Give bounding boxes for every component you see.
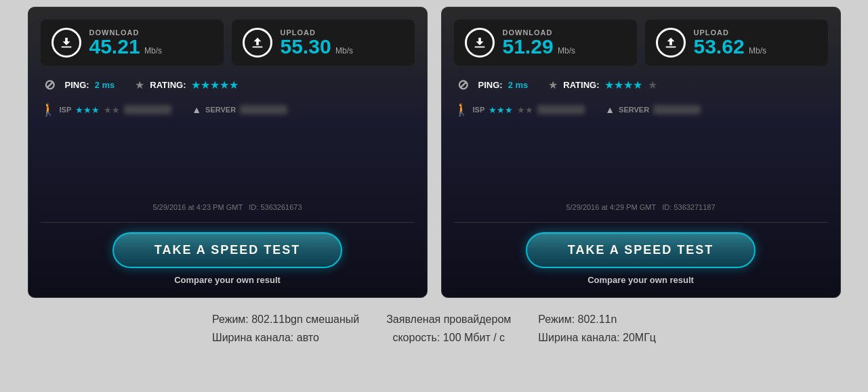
right-download-info: DOWNLOAD 51.29 Mb/s [503, 28, 576, 57]
right-upload-icon [656, 28, 686, 58]
bottom-center-line2: скорость: 100 Мбит / с [386, 328, 511, 347]
right-metrics-row: DOWNLOAD 51.29 Mb/s UPLOAD [454, 20, 828, 66]
left-ping-section: ⊘ PING: 2 ms [41, 75, 115, 94]
left-upload-info: UPLOAD 55.30 Mb/s [281, 28, 354, 57]
server-tri-icon-left: ▲ [192, 104, 201, 115]
right-download-unit: Mb/s [558, 46, 575, 56]
right-server-section: ▲ SERVER [605, 104, 701, 115]
ping-zing-icon: ⊘ [41, 75, 60, 94]
left-info-row: ⊘ PING: 2 ms ★ RATING: ★★★★★ [41, 75, 415, 94]
left-isp-label: ISP [60, 106, 72, 114]
left-isp-stars: ★★★ [75, 105, 100, 115]
left-datetime-row: 5/29/2016 at 4:23 PM GMT ID: 5363261673 [41, 127, 415, 211]
left-ping-label: PING: [65, 80, 89, 90]
right-server-label: SERVER [619, 106, 649, 114]
bottom-left-line2: Ширина канала: авто [212, 328, 359, 347]
svg-rect-3 [665, 47, 676, 48]
right-ping-section: ⊘ PING: 2 ms [454, 75, 529, 94]
left-rating-label: RATING: [150, 80, 186, 90]
server-tri-icon-right: ▲ [605, 104, 615, 115]
bottom-right-line2: Ширина канала: 20МГц [538, 328, 656, 347]
right-isp-stars: ★★★ [489, 105, 513, 115]
right-compare-link[interactable]: Compare your own result [454, 275, 828, 285]
left-download-box: DOWNLOAD 45.21 Mb/s [41, 20, 224, 66]
left-rating-stars-filled: ★★★★★ [191, 79, 239, 91]
right-upload-unit: Mb/s [749, 46, 766, 56]
right-download-value: 51.29 [503, 35, 554, 58]
left-upload-value: 55.30 [281, 35, 331, 58]
right-speedtest-panel: DOWNLOAD 51.29 Mb/s UPLOAD [441, 7, 841, 298]
right-datetime: 5/29/2016 at 4:29 PM GMT [566, 203, 656, 211]
left-server-section: ▲ SERVER [192, 104, 287, 115]
right-isp-section: 🚶 ISP ★★★★★ [454, 102, 585, 117]
left-upload-box: UPLOAD 55.30 Mb/s [232, 20, 415, 66]
left-server-name [240, 105, 287, 114]
right-ping-value: 2 ms [508, 80, 529, 90]
left-speedtest-panel: DOWNLOAD 45.21 Mb/s UPLOAD [28, 7, 428, 298]
right-upload-value: 53.62 [694, 35, 745, 58]
right-speed-test-button[interactable]: TAKE A SPEED TEST [526, 232, 756, 268]
right-ping-label: PING: [478, 80, 503, 90]
right-datetime-row: 5/29/2016 at 4:29 PM GMT ID: 5363271187 [454, 127, 828, 211]
left-ping-value: 2 ms [95, 80, 115, 90]
left-speed-test-button[interactable]: TAKE A SPEED TEST [112, 232, 342, 268]
right-download-box: DOWNLOAD 51.29 Mb/s [454, 20, 637, 66]
left-divider [41, 222, 415, 223]
bottom-right-line1: Режим: 802.11n [538, 310, 656, 328]
left-isp-name [124, 105, 171, 114]
svg-rect-0 [61, 47, 71, 48]
right-id: ID: 5363271187 [662, 203, 715, 211]
bottom-center-col: Заявленая провайдером скорость: 100 Мбит… [386, 310, 511, 347]
rating-star-icon: ★ [135, 79, 144, 91]
right-rating-stars-empty: ★ [648, 79, 657, 91]
left-rating-section: ★ RATING: ★★★★★ [135, 79, 239, 91]
right-rating-section: ★ RATING: ★★★★★ [548, 79, 657, 91]
left-server-label: SERVER [205, 106, 236, 114]
svg-rect-1 [252, 47, 262, 48]
left-download-value-row: 45.21 Mb/s [89, 37, 163, 57]
right-upload-value-row: 53.62 Mb/s [694, 37, 767, 57]
download-icon [51, 28, 81, 58]
right-rating-label: RATING: [563, 80, 599, 90]
left-compare-link[interactable]: Compare your own result [41, 275, 415, 285]
left-download-value: 45.21 [89, 35, 140, 58]
left-download-info: DOWNLOAD 45.21 Mb/s [89, 28, 163, 57]
right-info-row: ⊘ PING: 2 ms ★ RATING: ★★★★★ [454, 75, 828, 94]
right-download-value-row: 51.29 Mb/s [503, 37, 576, 57]
left-upload-value-row: 55.30 Mb/s [281, 37, 354, 57]
svg-rect-2 [474, 47, 484, 48]
bottom-left-line1: Режим: 802.11bgn смешаный [212, 310, 359, 328]
left-upload-unit: Mb/s [335, 46, 353, 56]
left-download-unit: Mb/s [144, 46, 162, 56]
right-upload-box: UPLOAD 53.62 Mb/s [645, 20, 828, 66]
right-isp-server-row: 🚶 ISP ★★★★★ ▲ SERVER [454, 102, 828, 117]
bottom-right-col: Режим: 802.11n Ширина канала: 20МГц [538, 310, 656, 347]
bottom-text-row: Режим: 802.11bgn смешаный Ширина канала:… [7, 310, 861, 347]
person-icon-left: 🚶 [41, 102, 56, 117]
left-isp-server-row: 🚶 ISP ★★★★★ ▲ SERVER [41, 102, 415, 117]
right-upload-info: UPLOAD 53.62 Mb/s [694, 28, 767, 57]
right-download-icon [465, 28, 495, 58]
upload-icon [243, 28, 272, 58]
right-divider [454, 222, 828, 223]
person-icon-right: 🚶 [454, 102, 469, 117]
left-id: ID: 5363261673 [249, 203, 302, 211]
right-server-name [653, 105, 701, 114]
right-ping-zing-icon: ⊘ [454, 75, 473, 94]
right-isp-name [537, 105, 585, 114]
right-rating-stars-filled: ★★★★ [604, 79, 642, 91]
left-metrics-row: DOWNLOAD 45.21 Mb/s UPLOAD [41, 20, 415, 66]
bottom-left-col: Режим: 802.11bgn смешаный Ширина канала:… [212, 310, 359, 347]
left-datetime: 5/29/2016 at 4:23 PM GMT [152, 203, 243, 211]
bottom-center-line1: Заявленая провайдером [386, 310, 511, 328]
right-isp-label: ISP [473, 106, 485, 114]
right-rating-star-icon: ★ [548, 79, 558, 91]
left-isp-section: 🚶 ISP ★★★★★ [41, 102, 172, 117]
